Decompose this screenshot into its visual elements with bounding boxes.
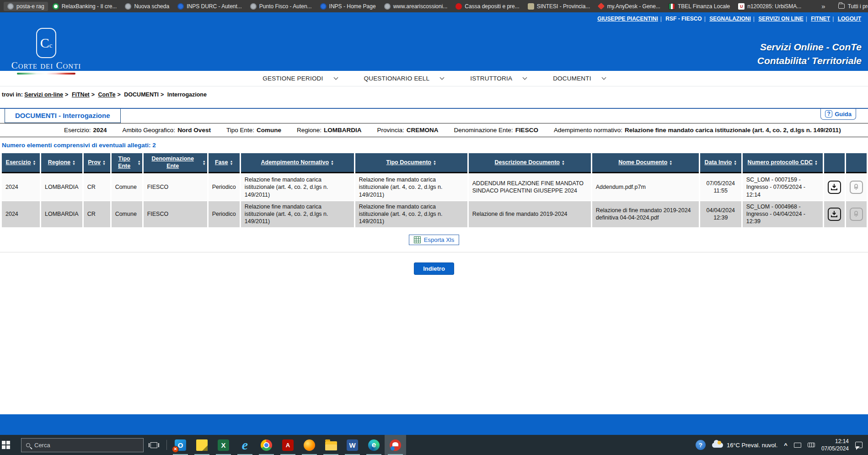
col-adempimento-normativo[interactable]: Adempimento Normativo▲▼ [241,153,354,173]
tab-documenti-interrogazione[interactable]: DOCUMENTI - Interrogazione [5,109,121,123]
col-denominazione-ente[interactable]: Denominazione Ente▲▼ [144,153,207,173]
sort-icon[interactable]: ▲▼ [32,160,36,166]
app-title: Servizi Online - ConTe Contabilita' Terr… [757,40,862,67]
notification-center-icon[interactable] [855,442,863,448]
col-descrizione-documento[interactable]: Descrizione Documento▲▼ [469,153,591,173]
taskbar-app-edge[interactable]: e [363,435,385,455]
cell-protocollo: SC_LOM - 0007159 - Ingresso - 07/05/2024… [743,174,823,200]
esporta-xls-button[interactable]: Esporta Xls [409,235,459,245]
taskbar-app-file-explorer[interactable] [320,435,342,455]
breadcrumb-fitnet[interactable]: FiTNet [72,91,90,98]
col-data-invio[interactable]: Data Invio▲▼ [700,153,741,173]
breadcrumb-conte[interactable]: ConTe [98,91,116,98]
cloud-icon [712,443,723,448]
question-mark-icon: ? [825,110,832,118]
nav-questionario-eell[interactable]: QUESTIONARIO EELL [364,75,444,82]
taskbar-app-anydesk-active[interactable] [385,435,406,455]
fitnet-link[interactable]: FITNET [811,16,830,22]
download-button[interactable] [828,208,841,221]
indietro-button[interactable]: Indietro [414,262,454,275]
sort-icon[interactable]: ▲▼ [138,160,141,166]
divider [166,440,167,450]
bookmark-item[interactable]: SINTESI - Provincia... [524,2,594,11]
bookmark-item[interactable]: RelaxBanking - Il cre... [49,2,121,11]
sort-icon[interactable]: ▲▼ [72,160,75,166]
bookmark-item[interactable]: Nuova scheda [121,2,173,11]
search-icon [26,443,30,447]
col-tipo-documento[interactable]: Tipo Documento▲▼ [355,153,467,173]
help-icon[interactable]: ? [696,440,706,450]
acrobat-icon: A [282,439,294,451]
sort-icon[interactable]: ▲▼ [669,160,672,166]
bookmark-item[interactable]: www.areariscossioni... [380,2,451,11]
bookmark-label: INPS - Home Page [329,3,376,10]
sort-icon[interactable]: ▲▼ [814,160,818,166]
sort-icon[interactable]: ▲▼ [230,160,233,166]
taskbar-app-outlook[interactable]: O✕ [170,435,191,455]
cell-data-invio: 04/04/2024 12:39 [700,201,741,227]
bookmark-item[interactable]: TBEL Finanza Locale [665,2,734,11]
weather-widget[interactable]: 16°C Preval. nuvol. [712,442,777,449]
attachment-button[interactable] [850,208,863,221]
col-nome-documento[interactable]: Nome Documento▲▼ [592,153,699,173]
col-tipo-ente[interactable]: Tipo Ente▲▼ [112,153,142,173]
col-regione[interactable]: Regione▲▼ [41,153,82,173]
keyboard-tray-icon[interactable] [808,443,815,447]
bookmark-item[interactable]: INPS DURC - Autent... [174,2,246,11]
word-icon: W [347,439,358,451]
page-tab-row: DOCUMENTI - Interrogazione ? Guida [0,108,868,123]
col-esercizio[interactable]: Esercizio▲▼ [2,153,40,173]
bookmark-item[interactable]: Un1200285: UrbiSMA... [734,2,805,11]
col-fase[interactable]: Fase▲▼ [209,153,240,173]
sort-icon[interactable]: ▲▼ [331,160,334,166]
documents-table: Esercizio▲▼ Regione▲▼ Prov▲▼ Tipo Ente▲▼… [0,152,868,228]
inps-icon [320,3,327,10]
taskbar-app-excel[interactable]: X [213,435,234,455]
bookmark-item[interactable]: INPS - Home Page [316,2,380,11]
sort-icon[interactable]: ▲▼ [102,160,106,166]
browser-bookmarks-bar: posta-e rag RelaxBanking - Il cre... Nuo… [0,0,868,12]
segnalazioni-link[interactable]: SEGNALAZIONI [709,16,751,22]
taskbar-app-chrome[interactable] [256,435,277,455]
bookmark-item[interactable]: Cassa depositi e pre... [452,2,523,11]
taskbar-clock[interactable]: 12:14 07/05/2024 [821,438,849,452]
attachment-button[interactable] [850,181,863,194]
sort-icon[interactable]: ▲▼ [562,160,565,166]
sort-icon[interactable]: ▲▼ [203,160,206,166]
logout-link[interactable]: LOGOUT [838,16,861,22]
bookmark-item[interactable]: my.AnyDesk - Gene... [595,2,664,11]
hidden-icons-chevron[interactable]: ^ [784,442,788,449]
cell-tipo-documento: Relazione fine mandato carica istituzion… [355,174,467,200]
download-button[interactable] [828,181,841,194]
display-tray-icon[interactable] [794,443,801,448]
taskbar-app-firefox[interactable] [299,435,320,455]
nav-label: QUESTIONARIO EELL [364,75,430,82]
bookmarks-overflow-chevron[interactable]: » [818,2,829,10]
taskbar-app-internet-explorer[interactable]: e [234,435,256,455]
sort-icon[interactable]: ▲▼ [734,160,737,166]
guida-button[interactable]: ? Guida [820,109,856,120]
clock-date: 07/05/2024 [821,445,849,452]
bookmark-item[interactable]: Punto Fisco - Auten... [246,2,316,11]
error-badge-icon: ✕ [172,446,179,453]
breadcrumb-servizi-on-line[interactable]: Servizi on-line [24,91,63,98]
nav-documenti[interactable]: DOCUMENTI [553,75,605,82]
bookmark-label: RelaxBanking - Il cre... [62,3,117,10]
bookmark-item[interactable]: posta-e rag [4,2,48,11]
taskbar-app-word[interactable]: W [342,435,363,455]
start-button[interactable] [0,435,21,455]
taskbar-app-acrobat[interactable]: A [277,435,299,455]
col-numero-protocollo-cdc[interactable]: Numero protocollo CDC▲▼ [743,153,823,173]
sort-icon[interactable]: ▲▼ [433,160,436,166]
servizi-on-line-link[interactable]: SERVIZI ON LINE [758,16,803,22]
download-icon [830,183,838,191]
taskbar-app-sticky-notes[interactable] [191,435,213,455]
user-name-link[interactable]: GIUSEPPE PIACENTINI [597,16,658,22]
taskbar-search[interactable]: Cerca [21,438,144,452]
cell-adempimento: Relazione fine mandato carica istituzion… [241,174,354,200]
col-prov[interactable]: Prov▲▼ [84,153,110,173]
nav-istruttoria[interactable]: ISTRUTTORIA [470,75,526,82]
task-view-button[interactable] [144,435,164,455]
all-favorites-button[interactable]: Tutti i preferiti [838,3,868,10]
nav-gestione-periodi[interactable]: GESTIONE PERIODI [263,75,337,82]
